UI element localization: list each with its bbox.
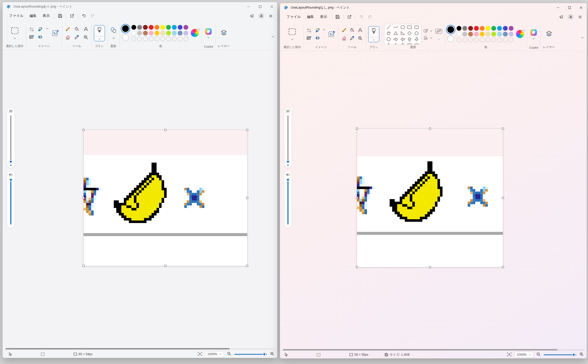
selection-handle[interactable]: [429, 128, 431, 130]
palette-swatch[interactable]: [166, 25, 171, 30]
shape-arrow-left[interactable]: [400, 37, 406, 43]
copilot-icon[interactable]: [530, 29, 537, 36]
palette-swatch[interactable]: [480, 26, 485, 31]
color2-swatch[interactable]: [122, 34, 129, 41]
text-tool-icon[interactable]: [83, 26, 89, 32]
palette-swatch-empty[interactable]: [503, 38, 508, 42]
ribbon-collapse-chevron[interactable]: [581, 36, 584, 39]
shape-fill-dropdown[interactable]: [423, 35, 432, 40]
titlebar[interactable]: UseLayoutRoundingなし.png - ペイント: [280, 3, 587, 12]
menu-file[interactable]: ファイル: [6, 12, 26, 20]
maximize-button[interactable]: [564, 3, 575, 12]
brush-tool-button[interactable]: [368, 26, 379, 42]
palette-swatch-empty[interactable]: [509, 38, 513, 42]
selection-handle[interactable]: [83, 265, 85, 267]
stroke-thickness-preview[interactable]: [435, 28, 443, 35]
menu-view[interactable]: 表示: [40, 12, 53, 20]
palette-swatch[interactable]: [486, 26, 490, 31]
palette-swatch-empty[interactable]: [155, 37, 159, 41]
magnifier-icon[interactable]: [83, 34, 89, 41]
slider-thumb[interactable]: [9, 178, 13, 181]
palette-swatch[interactable]: [178, 25, 182, 30]
palette-swatch[interactable]: [160, 31, 165, 35]
rotate-icon[interactable]: [314, 27, 321, 34]
slider-thumb[interactable]: [286, 178, 290, 181]
shape-star-4[interactable]: [386, 43, 391, 45]
shapes-icon[interactable]: [110, 27, 117, 35]
palette-swatch[interactable]: [509, 26, 513, 31]
brush-opacity-slider[interactable]: [7, 171, 15, 228]
palette-swatch[interactable]: [491, 26, 496, 31]
palette-swatch[interactable]: [166, 31, 171, 35]
feedback-megaphone-icon[interactable]: [248, 12, 256, 20]
palette-swatch-empty[interactable]: [497, 38, 502, 42]
account-avatar[interactable]: [258, 13, 264, 19]
shape-hexagon[interactable]: [386, 37, 391, 43]
document-canvas[interactable]: [84, 130, 247, 266]
menu-edit[interactable]: 編集: [26, 12, 40, 20]
shape-arrow-right[interactable]: [393, 37, 398, 43]
selection-handle[interactable]: [164, 129, 166, 131]
palette-swatch[interactable]: [183, 31, 188, 35]
selection-handle[interactable]: [246, 265, 248, 267]
redo-icon[interactable]: [365, 13, 374, 21]
palette-swatch[interactable]: [149, 31, 154, 35]
palette-swatch[interactable]: [178, 31, 182, 35]
menu-edit[interactable]: 編集: [304, 13, 317, 21]
selection-handle[interactable]: [164, 265, 166, 267]
slider-thumb[interactable]: [286, 160, 290, 163]
horizontal-scrollbar[interactable]: [3, 347, 277, 350]
palette-swatch[interactable]: [462, 32, 467, 37]
close-button[interactable]: [575, 3, 587, 12]
selection-handle[interactable]: [502, 197, 504, 199]
generative-erase-icon[interactable]: [28, 34, 35, 40]
fit-to-screen-icon[interactable]: [198, 352, 202, 357]
shape-arrow-down[interactable]: [414, 37, 419, 43]
chevron-down-icon[interactable]: [532, 37, 535, 40]
edit-colors-wheel[interactable]: +: [516, 30, 525, 39]
brush-tool-button[interactable]: [94, 25, 105, 41]
shape-line[interactable]: [386, 24, 391, 31]
chevron-down-icon[interactable]: [291, 38, 293, 41]
palette-swatch[interactable]: [131, 31, 136, 35]
zoom-out-icon[interactable]: [536, 352, 541, 357]
undo-icon[interactable]: [80, 12, 88, 20]
shape-rectangle[interactable]: [407, 24, 412, 31]
titlebar[interactable]: UseLayoutRoundingあり.png - ペイント: [3, 2, 277, 11]
menu-view[interactable]: 表示: [317, 13, 330, 21]
maximize-button[interactable]: [254, 2, 266, 11]
account-avatar[interactable]: [568, 14, 574, 20]
palette-swatch-empty[interactable]: [160, 37, 165, 41]
shape-star-6[interactable]: [400, 43, 406, 45]
palette-swatch[interactable]: [143, 25, 148, 30]
selection-handle[interactable]: [246, 197, 248, 199]
palette-swatch-empty[interactable]: [474, 38, 479, 42]
palette-swatch[interactable]: [474, 26, 479, 31]
zoom-level-select[interactable]: 1000%: [205, 351, 224, 357]
fill-bucket-icon[interactable]: [74, 26, 80, 32]
palette-swatch[interactable]: [155, 31, 159, 35]
resize-image-icon[interactable]: [51, 29, 60, 38]
chevron-down-icon[interactable]: [373, 39, 375, 41]
palette-swatch[interactable]: [497, 26, 502, 31]
zoom-level-select[interactable]: 1000%: [514, 352, 533, 358]
chevron-down-icon[interactable]: [207, 36, 210, 39]
zoom-out-icon[interactable]: [227, 352, 231, 357]
shape-curve[interactable]: [393, 24, 398, 31]
menu-file[interactable]: ファイル: [283, 13, 304, 21]
shape-oval[interactable]: [400, 24, 406, 31]
palette-swatch[interactable]: [462, 26, 467, 31]
palette-swatch[interactable]: [137, 25, 142, 30]
palette-swatch[interactable]: [509, 32, 513, 37]
selection-handle[interactable]: [502, 266, 504, 268]
palette-swatch-empty[interactable]: [143, 37, 148, 41]
selection-handle[interactable]: [356, 128, 358, 130]
brush-size-slider[interactable]: [284, 107, 292, 168]
palette-swatch[interactable]: [137, 31, 142, 35]
shape-outline-dropdown[interactable]: [423, 28, 432, 33]
palette-swatch[interactable]: [172, 25, 177, 30]
share-icon[interactable]: [68, 12, 76, 20]
palette-swatch[interactable]: [480, 32, 485, 37]
slider-thumb[interactable]: [9, 160, 13, 163]
canvas-viewport[interactable]: [280, 51, 587, 348]
